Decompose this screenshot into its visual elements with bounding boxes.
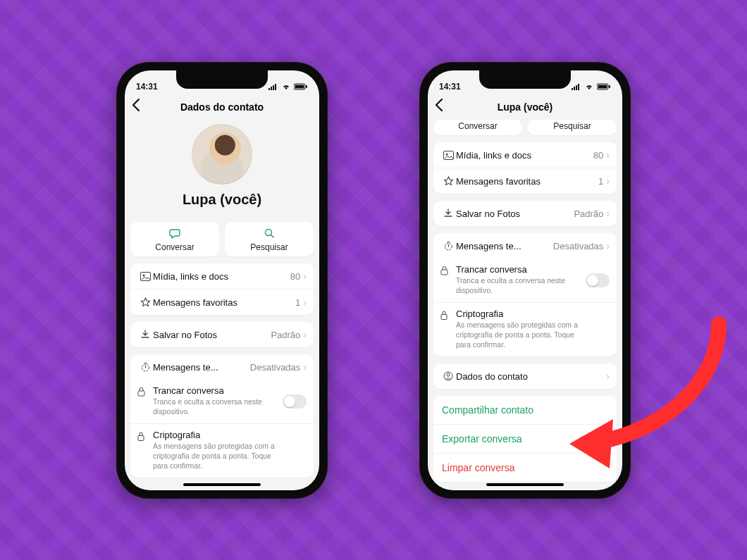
temp-msgs-label: Mensagens te... [153, 362, 250, 373]
search-label: Pesquisar [553, 121, 591, 131]
page-title: Lupa (você) [498, 101, 553, 113]
svg-rect-1 [271, 87, 272, 90]
content[interactable]: Conversar Pesquisar Mídia, links e docs … [428, 120, 622, 490]
svg-rect-5 [295, 85, 304, 89]
home-indicator[interactable] [183, 483, 261, 486]
avatar[interactable] [192, 124, 252, 185]
chevron-right-icon: › [303, 297, 307, 308]
row-save-photos[interactable]: Salvar no Fotos Padrão › [130, 322, 314, 347]
media-count: 80 [593, 150, 603, 161]
lock-title: Trancar conversa [456, 264, 527, 275]
chevron-left-icon [435, 99, 443, 111]
battery-icon [597, 83, 611, 90]
temp-msgs-label: Mensagens te... [456, 241, 553, 251]
svg-point-22 [445, 153, 447, 155]
row-encryption[interactable]: Criptografia As mensagens são protegidas… [130, 423, 314, 478]
crypto-desc: As mensagens são protegidas com a cripto… [456, 321, 610, 349]
media-label: Mídia, links e docs [153, 271, 290, 282]
nav-header: Lupa (você) [428, 94, 622, 120]
chat-label: Conversar [155, 242, 194, 252]
save-photos-label: Salvar no Fotos [456, 209, 574, 219]
group-privacy: Mensagens te... Desativadas › Trancar co… [433, 233, 617, 356]
group-actions: Compartilhar contato Exportar conversa L… [433, 396, 617, 482]
share-contact-button[interactable]: Compartilhar contato [433, 396, 617, 424]
group-savephotos: Salvar no Fotos Padrão › [130, 322, 314, 347]
chat-button[interactable]: Conversar [130, 222, 219, 256]
contact-name: Lupa (você) [130, 192, 314, 208]
signal-icon [268, 83, 278, 90]
nav-header: Dados do contato [125, 94, 319, 120]
row-starred[interactable]: Mensagens favoritas 1 › [433, 168, 617, 194]
download-icon [137, 330, 153, 340]
action-row: Conversar Pesquisar [130, 222, 314, 256]
status-time: 14:31 [136, 82, 158, 92]
lock-toggle[interactable] [586, 273, 610, 287]
timer-icon [137, 362, 153, 373]
svg-rect-14 [572, 88, 573, 90]
svg-rect-16 [576, 85, 577, 90]
row-encryption[interactable]: Criptografia As mensagens são protegidas… [433, 302, 617, 356]
row-lock-chat[interactable]: Trancar conversa Tranca e oculta a conve… [433, 259, 617, 302]
lock-title: Trancar conversa [153, 385, 224, 396]
svg-rect-25 [441, 315, 447, 320]
lock-icon [440, 266, 449, 278]
group-media: Mídia, links e docs 80 › Mensagens favor… [433, 142, 617, 194]
screen: 14:31 Lupa (você) Conversar Pesquisar [428, 70, 622, 490]
status-time: 14:31 [439, 82, 461, 92]
svg-rect-13 [138, 436, 144, 441]
row-save-photos[interactable]: Salvar no Fotos Padrão › [433, 201, 617, 226]
notch [176, 70, 268, 89]
svg-rect-2 [273, 85, 274, 90]
starred-count: 1 [598, 176, 603, 187]
search-icon [228, 228, 311, 241]
chat-label: Conversar [458, 121, 497, 131]
svg-rect-0 [268, 88, 270, 90]
row-lock-chat[interactable]: Trancar conversa Tranca e oculta a conve… [130, 380, 314, 423]
group-privacy: Mensagens te... Desativadas › Trancar co… [130, 354, 314, 478]
row-media[interactable]: Mídia, links e docs 80 › [433, 142, 617, 168]
svg-point-27 [447, 373, 450, 376]
action-row: Conversar Pesquisar [433, 120, 617, 135]
star-icon [137, 297, 153, 308]
row-temp-messages[interactable]: Mensagens te... Desativadas › [130, 354, 314, 380]
home-indicator[interactable] [486, 483, 564, 486]
chevron-left-icon [132, 99, 140, 111]
chevron-right-icon: › [303, 361, 307, 373]
wifi-icon [281, 83, 291, 90]
row-temp-messages[interactable]: Mensagens te... Desativadas › [433, 233, 617, 259]
row-starred[interactable]: Mensagens favoritas 1 › [130, 289, 314, 315]
notch [479, 70, 571, 89]
media-count: 80 [290, 271, 300, 282]
search-button[interactable]: Pesquisar [225, 222, 314, 256]
chat-button[interactable]: Conversar [433, 120, 522, 135]
lock-icon [137, 387, 146, 399]
save-photos-value: Padrão [574, 209, 603, 219]
export-chat-label: Exportar conversa [442, 433, 522, 444]
back-button[interactable] [435, 99, 443, 115]
crypto-title: Criptografia [153, 430, 200, 440]
image-icon [440, 151, 456, 160]
svg-rect-12 [138, 391, 144, 396]
content[interactable]: Lupa (você) Conversar Pesquisar [125, 120, 319, 490]
crypto-desc: As mensagens são protegidas com a cripto… [153, 442, 307, 471]
back-button[interactable] [132, 99, 140, 115]
row-contact-details[interactable]: Dados do contato › [433, 363, 617, 389]
starred-label: Mensagens favoritas [153, 297, 295, 308]
avatar-block: Lupa (você) [130, 120, 314, 212]
starred-count: 1 [295, 297, 300, 308]
row-media[interactable]: Mídia, links e docs 80 › [130, 263, 314, 289]
svg-rect-17 [578, 84, 579, 90]
page-title: Dados do contato [180, 101, 264, 113]
save-photos-value: Padrão [271, 330, 300, 340]
temp-msgs-value: Desativadas [553, 241, 604, 251]
clear-chat-button[interactable]: Limpar conversa [433, 453, 617, 482]
crypto-title: Criptografia [456, 309, 503, 319]
chevron-right-icon: › [606, 175, 610, 187]
lock-toggle[interactable] [283, 394, 307, 409]
search-button[interactable]: Pesquisar [528, 120, 617, 135]
export-chat-button[interactable]: Exportar conversa [433, 424, 617, 453]
chevron-right-icon: › [606, 208, 610, 219]
chevron-right-icon: › [606, 240, 610, 251]
svg-point-10 [142, 274, 144, 276]
image-icon [137, 272, 153, 281]
